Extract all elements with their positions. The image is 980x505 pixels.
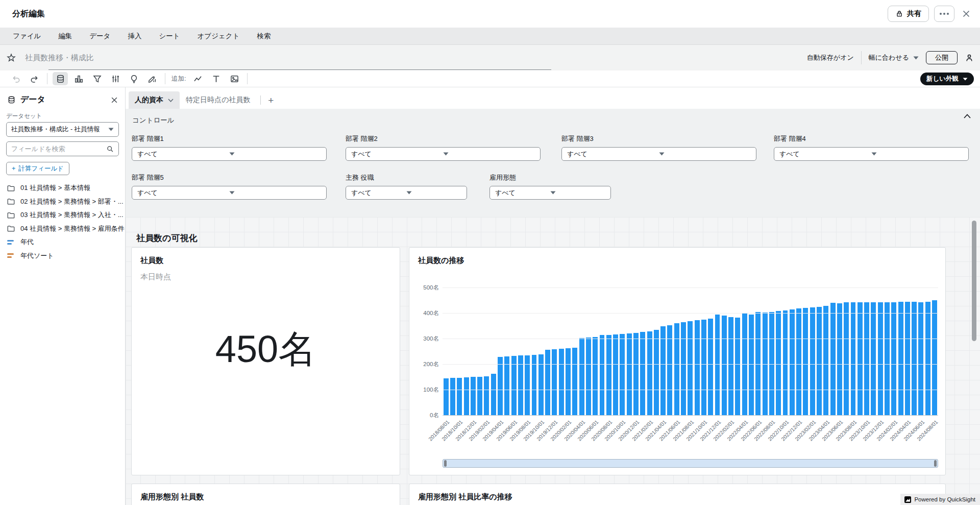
collapse-controls-icon[interactable] xyxy=(964,114,971,118)
bar[interactable] xyxy=(654,330,659,416)
menu-item[interactable]: 編集 xyxy=(50,28,81,45)
bar[interactable] xyxy=(566,348,571,416)
folder-item[interactable]: 02 社員情報 > 業務情報 > 部署・... xyxy=(0,195,125,209)
bar[interactable] xyxy=(633,333,639,415)
bar[interactable] xyxy=(878,302,883,416)
add-sheet-button[interactable]: + xyxy=(265,95,277,106)
bar[interactable] xyxy=(498,357,503,415)
bar[interactable] xyxy=(925,302,930,415)
add-visual-button[interactable] xyxy=(190,72,205,85)
bar[interactable] xyxy=(715,315,720,416)
slider-handle-left[interactable] xyxy=(444,460,447,467)
bar[interactable] xyxy=(857,302,863,416)
bar[interactable] xyxy=(728,317,733,416)
parameters-panel-button[interactable] xyxy=(108,72,123,85)
visuals-panel-button[interactable] xyxy=(71,72,86,85)
bar[interactable] xyxy=(844,302,849,415)
field-item[interactable]: 年代 xyxy=(0,235,125,249)
bar[interactable] xyxy=(755,312,761,416)
bar[interactable] xyxy=(830,303,836,415)
close-sidebar-icon[interactable] xyxy=(111,97,118,104)
bar[interactable] xyxy=(477,377,482,415)
bar[interactable] xyxy=(471,377,476,415)
bar[interactable] xyxy=(817,307,822,416)
bar[interactable] xyxy=(708,319,713,415)
control-dropdown[interactable]: すべて xyxy=(561,147,756,161)
bar[interactable] xyxy=(918,302,923,416)
menu-item[interactable]: データ xyxy=(81,28,119,45)
control-dropdown[interactable]: すべて xyxy=(346,147,541,161)
bar[interactable] xyxy=(749,315,754,416)
control-dropdown[interactable]: すべて xyxy=(774,147,969,161)
bar[interactable] xyxy=(695,320,700,415)
bar[interactable] xyxy=(600,335,605,415)
bar[interactable] xyxy=(681,322,686,416)
chevron-down-icon[interactable] xyxy=(168,99,174,102)
bar[interactable] xyxy=(891,302,896,416)
bar[interactable] xyxy=(552,349,557,416)
date-range-slider[interactable] xyxy=(443,459,938,468)
insights-panel-button[interactable] xyxy=(126,72,141,85)
bar[interactable] xyxy=(457,378,462,416)
bar[interactable] xyxy=(559,349,564,416)
bar[interactable] xyxy=(572,348,577,415)
bar-chart-visual-employee-trend[interactable]: 社員数の推移 0名100名200名300名400名500名 2018/08/01… xyxy=(409,247,946,475)
folder-item[interactable]: 01 社員情報 > 基本情報 xyxy=(0,181,125,195)
favorite-star-icon[interactable] xyxy=(7,53,16,62)
bar[interactable] xyxy=(864,302,869,415)
add-text-button[interactable] xyxy=(208,72,224,85)
bar[interactable] xyxy=(898,302,903,415)
sheet-tab[interactable]: 人的資本 xyxy=(129,91,180,109)
menu-item[interactable]: 検索 xyxy=(248,28,279,45)
bar[interactable] xyxy=(538,354,544,416)
publish-button[interactable]: 公開 xyxy=(926,51,958,64)
control-dropdown[interactable]: すべて xyxy=(489,186,611,200)
user-avatar-icon[interactable] xyxy=(965,53,974,62)
menu-item[interactable]: ファイル xyxy=(4,28,50,45)
new-look-button[interactable]: 新しい外観 xyxy=(920,73,974,85)
area-chart-visual-employment-ratio[interactable]: 雇用形態別 社員比率の推移 xyxy=(409,484,946,505)
kpi-visual-employee-count[interactable]: 社員数 本日時点 450名 xyxy=(131,247,400,475)
vertical-scrollbar[interactable] xyxy=(972,221,976,341)
dataset-select[interactable]: 社員数推移・構成比 - 社員情報 xyxy=(6,122,119,137)
folder-item[interactable]: 04 社員情報 > 業務情報 > 雇用条件 xyxy=(0,222,125,236)
bar[interactable] xyxy=(511,356,517,415)
bar[interactable] xyxy=(660,326,666,415)
bar[interactable] xyxy=(823,306,828,415)
undo-button[interactable] xyxy=(8,72,23,85)
control-dropdown[interactable]: すべて xyxy=(132,147,327,161)
bar[interactable] xyxy=(647,331,652,416)
bar[interactable] xyxy=(606,335,611,416)
bar[interactable] xyxy=(790,309,795,416)
more-options-button[interactable] xyxy=(934,6,954,22)
bar[interactable] xyxy=(444,378,449,416)
bar[interactable] xyxy=(504,356,509,416)
menu-item[interactable]: オブジェクト xyxy=(189,28,249,45)
bar[interactable] xyxy=(776,311,781,415)
bar-chart-visual-employment-type[interactable]: 雇用形態別 社員数 xyxy=(131,484,400,505)
control-dropdown[interactable]: すべて xyxy=(346,186,467,200)
bar[interactable] xyxy=(674,323,679,415)
menu-item[interactable]: 挿入 xyxy=(119,28,150,45)
filter-panel-button[interactable] xyxy=(89,72,105,85)
bar[interactable] xyxy=(932,300,937,415)
bar[interactable] xyxy=(905,302,910,416)
add-image-button[interactable] xyxy=(227,72,242,85)
bar[interactable] xyxy=(803,308,808,415)
bar[interactable] xyxy=(464,377,469,415)
bar[interactable] xyxy=(545,350,550,416)
bar[interactable] xyxy=(450,378,455,415)
bar[interactable] xyxy=(722,316,727,415)
field-search-input[interactable]: フィールドを検索 xyxy=(6,141,119,156)
bar[interactable] xyxy=(735,318,740,416)
slider-handle-right[interactable] xyxy=(934,460,937,467)
bar[interactable] xyxy=(885,302,890,416)
bar[interactable] xyxy=(613,334,618,416)
bar[interactable] xyxy=(640,332,645,415)
share-button[interactable]: 共有 xyxy=(888,6,929,22)
bar[interactable] xyxy=(579,338,584,415)
bar[interactable] xyxy=(484,376,489,415)
control-dropdown[interactable]: すべて xyxy=(132,186,327,200)
folder-item[interactable]: 03 社員情報 > 業務情報 > 入社・... xyxy=(0,208,125,222)
bar[interactable] xyxy=(871,302,876,416)
